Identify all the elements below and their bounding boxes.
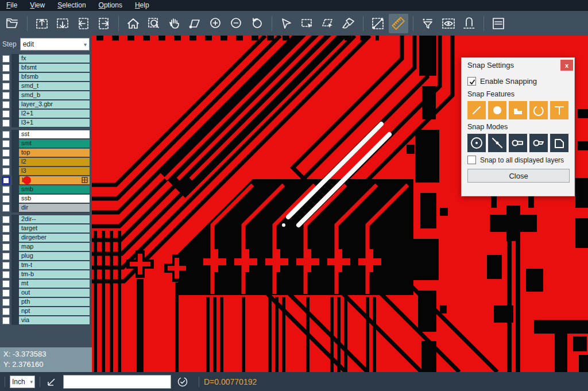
layer-row[interactable]: bot [0,176,90,185]
layer-visibility-checkbox[interactable] [2,204,10,212]
layer-visibility-checkbox[interactable] [2,317,10,324]
select-poly-button[interactable] [318,14,338,33]
layer-visibility-checkbox[interactable] [2,253,10,260]
layer-visibility-checkbox[interactable] [2,289,10,297]
layer-row[interactable]: smd_b [0,91,90,100]
ruler-button[interactable] [389,14,408,33]
snap-surface-button[interactable] [509,101,527,119]
layer-visibility-checkbox[interactable] [2,186,10,193]
layer-row[interactable]: npt [0,307,90,316]
snap-magnet-button[interactable] [459,14,479,33]
snap-point-on-line-button[interactable] [488,134,506,152]
layer-row[interactable]: ssb [0,194,90,203]
home-view-button[interactable] [123,14,143,33]
pan-down-button[interactable] [53,14,72,33]
layer-row[interactable]: tm-b [0,270,90,279]
snap-center-button[interactable] [467,134,486,152]
layers-form-button[interactable] [489,14,508,33]
snap-corner-button[interactable] [550,134,568,152]
layer-row[interactable]: pth [0,297,90,307]
layer-row[interactable]: smt [0,139,90,148]
zoom-in-button[interactable] [206,14,226,33]
layer-visibility-checkbox[interactable] [2,168,10,175]
layer-visibility-checkbox[interactable] [2,119,10,127]
layer-visibility-checkbox[interactable] [2,131,10,138]
layer-row[interactable]: sst [0,130,90,139]
layer-row[interactable]: dir [0,203,90,212]
layer-row[interactable]: map [0,242,90,251]
layer-visibility-checkbox[interactable] [2,158,10,166]
pan-right-button[interactable] [94,14,114,33]
menu-view[interactable]: View [24,0,51,11]
layer-row[interactable]: smd_t [0,82,90,91]
layer-row[interactable]: target [0,224,90,233]
snap-line-button[interactable] [467,101,486,119]
menu-help[interactable]: Help [129,0,156,11]
pcb-canvas[interactable]: Snap Settings x Enable Snapping Snap Fea… [92,36,588,372]
layer-visibility-checkbox[interactable] [2,280,10,288]
layer-row[interactable]: bfsmb [0,72,90,82]
snap-key-button[interactable] [529,134,548,152]
layer-row[interactable]: 2dir-- [0,215,90,224]
snap-all-layers-checkbox[interactable] [467,156,476,164]
snap-endpoint-button[interactable] [509,134,527,152]
snap-pad-button[interactable] [488,101,506,119]
angle-tool-icon[interactable] [46,376,57,388]
zoom-previous-button[interactable] [247,14,267,33]
command-input[interactable] [63,375,171,389]
layer-visibility-checkbox[interactable] [2,73,10,81]
layer-visibility-checkbox[interactable] [2,92,10,99]
pan-up-button[interactable] [32,14,52,33]
layer-visibility-checkbox[interactable] [2,176,10,185]
layer-row[interactable]: l3+1 [0,118,90,127]
layer-visibility-checkbox[interactable] [2,195,10,203]
layer-visibility-checkbox[interactable] [2,243,10,251]
layer-row[interactable]: mt [0,279,90,288]
enable-snapping-checkbox[interactable] [467,77,476,86]
layer-visibility-checkbox[interactable] [2,299,10,306]
step-dropdown[interactable]: edit ▾ [20,38,90,51]
layer-visibility-checkbox[interactable] [2,110,10,118]
highlight-brush-button[interactable] [339,14,358,33]
measure-line-button[interactable] [368,14,388,33]
layer-row[interactable]: l3 [0,167,90,176]
move-vertex-button[interactable] [185,14,205,33]
open-folder-button[interactable] [3,14,22,33]
layer-row[interactable]: l2 [0,157,90,167]
layer-row[interactable]: dirgerber [0,233,90,242]
layer-visibility-checkbox[interactable] [2,225,10,233]
layer-visibility-checkbox[interactable] [2,140,10,148]
select-cursor-button[interactable] [277,14,296,33]
layer-visibility-checkbox[interactable] [2,101,10,109]
view-filter-button[interactable] [439,14,458,33]
layer-row[interactable]: plug [0,251,90,261]
snap-text-button[interactable] [550,101,568,119]
layer-visibility-checkbox[interactable] [2,149,10,157]
menu-options[interactable]: Options [92,0,129,11]
layer-visibility-checkbox[interactable] [2,308,10,315]
select-rect-button[interactable] [297,14,317,33]
menu-selection[interactable]: Selection [51,0,92,11]
layer-row[interactable]: layer_3.gbr [0,100,90,109]
layer-row[interactable]: bfsmt [0,63,90,72]
layer-visibility-checkbox[interactable] [2,216,10,223]
pan-hand-button[interactable] [165,14,184,33]
pan-left-button[interactable] [74,14,93,33]
dialog-close-x-button[interactable]: x [560,60,573,71]
layer-row[interactable]: via [0,316,90,325]
snap-arc-button[interactable] [529,101,548,119]
layer-row[interactable]: out [0,288,90,297]
layer-visibility-checkbox[interactable] [2,262,10,269]
layer-row[interactable]: fx [0,54,90,63]
unit-dropdown[interactable]: Inch ▾ [10,375,35,388]
layer-row[interactable]: tm-t [0,261,90,270]
filter-button[interactable] [418,14,438,33]
layer-row[interactable]: smb [0,185,90,194]
layer-visibility-checkbox[interactable] [2,234,10,242]
layer-visibility-checkbox[interactable] [2,271,10,278]
layer-row[interactable]: top [0,148,90,157]
layer-visibility-checkbox[interactable] [2,55,10,63]
menu-file[interactable]: File [0,0,24,11]
layer-visibility-checkbox[interactable] [2,83,10,90]
layer-visibility-checkbox[interactable] [2,64,10,72]
